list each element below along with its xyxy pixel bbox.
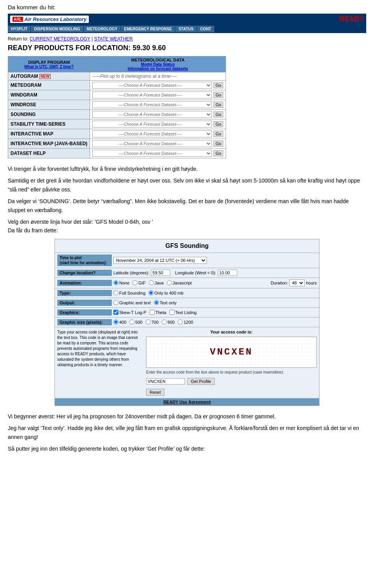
table-row: STABILITY TIME-SERIES ----Choose A Forec… — [8, 119, 226, 129]
lat-label: Latitude (degrees): — [113, 270, 149, 275]
windgram-select[interactable]: ----Choose A Forecast Dataset---- — [92, 91, 212, 98]
size-700-option[interactable]: 700 — [146, 319, 159, 325]
sounding-go-button[interactable]: Go — [213, 111, 223, 118]
nav-status[interactable]: STATUS — [175, 26, 197, 32]
size-700-radio[interactable] — [146, 319, 151, 325]
size-1200-radio[interactable] — [178, 319, 183, 325]
type-400mb-radio[interactable] — [148, 290, 153, 295]
nav-bar: HYSPLIT DISPERSION MODELING METEOROLOGY … — [8, 25, 366, 33]
windrose-go-button[interactable]: Go — [213, 102, 223, 108]
graphics-skewt-checkbox[interactable] — [113, 310, 118, 315]
animation-javascript-option[interactable]: Javascript — [167, 280, 192, 285]
return-state-weather[interactable]: STATE WEATHER — [94, 36, 132, 42]
lon-label: Longitude (West < 0): — [175, 270, 216, 275]
stability-select[interactable]: ----Choose A Forecast Dataset---- — [92, 121, 212, 128]
prod-dataset-help-name: DATASET HELP — [8, 149, 90, 158]
access-section: Type your access code (displayed at righ… — [55, 327, 319, 398]
ready-logo: READY — [339, 15, 364, 23]
nav-meteorology[interactable]: METEOROLOGY — [84, 26, 121, 32]
graphics-theta-option[interactable]: Theta — [150, 310, 166, 315]
nav-emergency[interactable]: EMERGENCY RESPONSE — [121, 26, 175, 32]
output-graphic-radio[interactable] — [113, 300, 118, 305]
nav-dispersion[interactable]: DISPERSION MODELING — [31, 26, 83, 32]
model-status-link[interactable]: Model Data Status — [92, 62, 223, 67]
utc-link[interactable]: What is UTC, GMT, Z time? — [11, 65, 87, 69]
output-text-option[interactable]: Text only — [154, 300, 176, 305]
table-row: INTERACTIVE MAP (JAVA-BASED) ----Choose … — [8, 139, 226, 149]
graphics-textlisting-checkbox[interactable] — [169, 310, 175, 315]
access-code-input[interactable] — [146, 378, 185, 384]
table-row: METEOGRAM ----Choose A Forecast Dataset-… — [8, 81, 226, 90]
access-desc: Type your access code (displayed at righ… — [57, 330, 143, 396]
graphics-checkbox-group: Skew-T Log-P Theta Text Listing — [113, 310, 197, 315]
sounding-time-select[interactable]: November 24, 2004 at 12 UTC (+ 06 Hrs) — [113, 257, 207, 264]
graphics-textlisting-option[interactable]: Text Listing — [169, 310, 197, 315]
animation-gif-option[interactable]: GIF — [132, 280, 145, 285]
size-900-radio[interactable] — [162, 319, 167, 325]
graphics-skewt-option[interactable]: Skew-T Log-P — [113, 310, 146, 315]
graphics-theta-checkbox[interactable] — [150, 310, 155, 315]
stability-go-button[interactable]: Go — [213, 121, 223, 127]
lat-input[interactable] — [151, 270, 170, 276]
interactive-java-go-button[interactable]: Go — [213, 140, 223, 147]
reset-button[interactable]: Reset — [146, 389, 164, 396]
sounding-time-label: Time to plot(start time for animation): — [57, 255, 112, 266]
animation-none-option[interactable]: None — [113, 280, 129, 285]
sounding-size-label: Graphic size (pixels): — [57, 319, 112, 325]
return-current-meteorology[interactable]: CURRENT METEOROLOGY — [30, 36, 90, 42]
animation-radio-group: None GIF Java Javascript — [113, 280, 192, 285]
intro-label: Da kommer du hit: — [8, 4, 366, 11]
animation-java-option[interactable]: Java — [149, 280, 164, 285]
size-1200-option[interactable]: 1200 — [178, 319, 193, 325]
sounding-graphics-row: Graphics: Skew-T Log-P Theta Text Listin… — [55, 307, 319, 317]
prod-windgram-value: ----Choose A Forecast Dataset---- Go — [90, 90, 226, 100]
animation-gif-radio[interactable] — [132, 280, 138, 285]
windgram-go-button[interactable]: Go — [213, 92, 223, 98]
arl-text: Air Resources Laboratory — [25, 16, 87, 22]
size-400-radio[interactable] — [113, 319, 118, 325]
type-radio-group: Full Sounding Only to 400 mb — [113, 290, 183, 295]
sounding-time-row: Time to plot(start time for animation): … — [55, 253, 319, 268]
captcha-text: VNCXEN — [210, 347, 253, 357]
lon-input[interactable] — [218, 270, 237, 276]
captcha-image: VNCXEN — [146, 337, 317, 368]
interactive-java-select[interactable]: ----Choose A Forecast Dataset---- — [92, 140, 212, 147]
animation-java-radio[interactable] — [149, 280, 154, 285]
prod-windrose-name: WINDROSE — [8, 100, 90, 110]
size-500-option[interactable]: 500 — [129, 319, 142, 325]
footer-text: Vi begynner øverst: Her vil jeg ha progn… — [8, 412, 366, 453]
animation-none-radio[interactable] — [113, 280, 118, 285]
interactive-map-go-button[interactable]: Go — [213, 131, 223, 137]
dataset-help-select[interactable]: ----Choose A Forecast Dataset---- — [92, 150, 212, 157]
duration-select[interactable]: 48 — [289, 279, 305, 286]
prod-stability-name: STABILITY TIME-SERIES — [8, 119, 90, 129]
sounding-location-label: Change location? — [57, 270, 112, 276]
duration-unit: hours — [306, 281, 317, 285]
size-500-radio[interactable] — [129, 319, 134, 325]
output-graphic-option[interactable]: Graphic and text — [113, 300, 151, 305]
type-full-option[interactable]: Full Sounding — [113, 290, 145, 295]
get-profile-button[interactable]: Get Profile — [187, 378, 215, 385]
table-row: SOUNDING ----Choose A Forecast Dataset--… — [8, 110, 226, 119]
output-text-radio[interactable] — [154, 300, 159, 305]
nav-hysplit[interactable]: HYSPLIT — [8, 26, 30, 32]
windrose-select[interactable]: ----Choose A Forecast Dataset---- — [92, 101, 212, 108]
dataset-help-go-button[interactable]: Go — [213, 150, 223, 156]
type-full-radio[interactable] — [113, 290, 118, 295]
size-900-option[interactable]: 900 — [162, 319, 175, 325]
sounding-select[interactable]: ----Choose A Forecast Dataset---- — [92, 111, 212, 118]
sounding-size-row: Graphic size (pixels): 400 500 700 900 1… — [55, 317, 319, 327]
meteogram-go-button[interactable]: Go — [213, 82, 223, 88]
interactive-map-select[interactable]: ----Choose A Forecast Dataset---- — [92, 130, 212, 137]
nav-cont[interactable]: CONT — [197, 26, 214, 32]
meteogram-select[interactable]: ----Choose A Forecast Dataset---- — [92, 82, 212, 89]
size-400-option[interactable]: 400 — [113, 319, 126, 325]
prod-interactive-java-name: INTERACTIVE MAP (JAVA-BASED) — [8, 139, 90, 149]
para-2: Samtidig er det greit å vite hvordan vin… — [8, 176, 366, 194]
ready-use-agreement-link[interactable]: READY Use Agreement — [55, 398, 319, 405]
animation-javascript-radio[interactable] — [167, 280, 172, 285]
prod-sounding-name: SOUNDING — [8, 110, 90, 119]
forecast-info-link[interactable]: Information on forecast datasets — [92, 67, 223, 71]
table-row: AUTOGRAM NEW -----Plot up to 6 meteogram… — [8, 72, 226, 81]
type-400mb-option[interactable]: Only to 400 mb — [148, 290, 183, 295]
